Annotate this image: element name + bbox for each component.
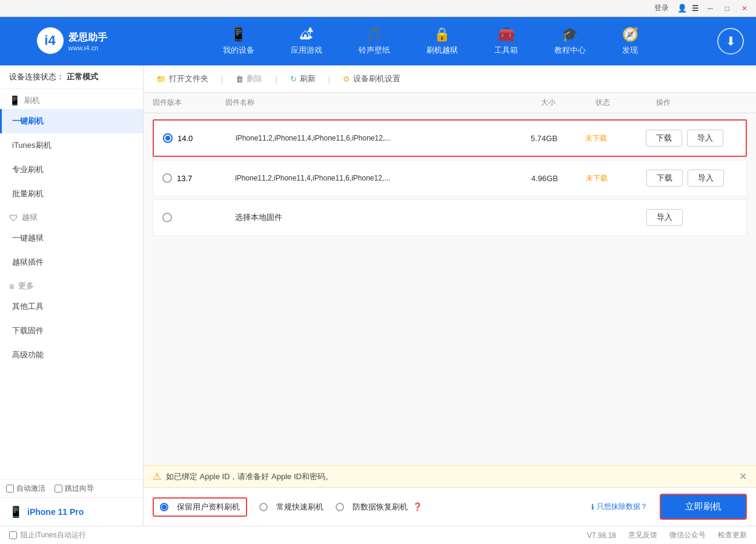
- download-button[interactable]: ⬇: [717, 28, 744, 55]
- device-status-label: 设备连接状态：: [9, 72, 64, 81]
- sidebar-item-advanced[interactable]: 高级功能: [0, 343, 143, 367]
- nav-bar: 📱 我的设备 🏕 应用游戏 🎵 铃声壁纸 🔒 刷机越狱 🧰 工具箱 🎓 教程中心…: [144, 21, 717, 62]
- sidebar-item-itunes-flash[interactable]: iTunes刷机: [0, 133, 143, 158]
- wechat-link[interactable]: 微信公众号: [669, 530, 706, 540]
- login-button[interactable]: 登录: [651, 2, 672, 15]
- firmware-name-1: iPhone11,2,iPhone11,4,iPhone11,6,iPhone1…: [235, 174, 531, 182]
- import-btn-1[interactable]: 导入: [688, 170, 724, 187]
- minimize-button[interactable]: ─: [704, 3, 717, 14]
- auto-activate-checkbox[interactable]: 自动激活: [6, 483, 45, 494]
- auto-activate-row: 自动激活 跳过向导: [0, 479, 143, 497]
- erase-data-link[interactable]: ℹ 只想抹除数据？: [591, 502, 648, 512]
- sep2: |: [275, 75, 277, 84]
- device-info: 📱 iPhone 11 Pro: [0, 497, 143, 526]
- delete-icon: 🗑: [236, 75, 244, 84]
- main-layout: 设备连接状态： 正常模式 📱 刷机 一键刷机 iTunes刷机 专业刷机 批量刷…: [0, 65, 756, 526]
- nav-tutorials[interactable]: 🎓 教程中心: [536, 21, 604, 62]
- info-message: 如已绑定 Apple ID，请准备好 Apple ID和密码。: [166, 471, 333, 482]
- download-btn-0[interactable]: 下载: [646, 130, 682, 147]
- open-folder-button[interactable]: 📁 打开文件夹: [153, 71, 212, 86]
- toolbar: 📁 打开文件夹 | 🗑 删除 | ↻ 刷新 | ⚙ 设备刷机设置: [144, 65, 756, 93]
- pro-flash-label: 专业刷机: [12, 164, 44, 175]
- keep-data-radio[interactable]: [160, 503, 168, 511]
- maximize-button[interactable]: □: [721, 3, 733, 14]
- titlebar: 登录 👤 ☰ ─ □ ✕: [0, 0, 756, 17]
- nav-discover-label: 发现: [622, 45, 638, 56]
- nav-my-device[interactable]: 📱 我的设备: [205, 21, 273, 62]
- advanced-label: 高级功能: [12, 350, 44, 360]
- recovery-label: 防数据恢复刷机: [353, 502, 408, 512]
- device-settings-button[interactable]: ⚙ 设备刷机设置: [339, 71, 404, 86]
- sidebar-item-pro-flash[interactable]: 专业刷机: [0, 158, 143, 182]
- firmware-table: 14.0 iPhone11,2,iPhone11,4,iPhone11,6,iP…: [144, 113, 756, 465]
- close-button[interactable]: ✕: [738, 3, 751, 14]
- auto-activate-label: 自动激活: [16, 483, 45, 494]
- flash-section: 📱 刷机 一键刷机 iTunes刷机 专业刷机 批量刷机: [0, 89, 143, 206]
- radio-row-2[interactable]: [162, 213, 172, 222]
- apps-icon: 🏕: [300, 27, 313, 42]
- one-click-flash-label: 一键刷机: [12, 116, 44, 127]
- music-icon: 🎵: [366, 27, 382, 42]
- info-bar: ⚠ 如已绑定 Apple ID，请准备好 Apple ID和密码。 ✕: [144, 465, 756, 487]
- quick-flash-radio[interactable]: [259, 503, 268, 511]
- shield-icon: 🛡: [9, 213, 18, 223]
- feedback-link[interactable]: 意见反馈: [628, 530, 657, 540]
- graduation-icon: 🎓: [562, 27, 578, 42]
- version-cell-1[interactable]: 13.7: [162, 173, 235, 183]
- sidebar-item-one-click-flash[interactable]: 一键刷机: [0, 109, 143, 133]
- other-tools-label: 其他工具: [12, 301, 44, 312]
- sidebar-item-one-click-jb[interactable]: 一键越狱: [0, 226, 143, 250]
- sidebar: 设备连接状态： 正常模式 📱 刷机 一键刷机 iTunes刷机 专业刷机 批量刷…: [0, 65, 144, 526]
- skip-wizard-checkbox[interactable]: 跳过向导: [55, 483, 94, 494]
- nav-ringtones[interactable]: 🎵 铃声壁纸: [340, 21, 408, 62]
- footer: 阻止iTunes自动运行 V7.98.18 意见反馈 微信公众号 检查更新: [0, 526, 756, 544]
- radio-row-1[interactable]: [162, 173, 172, 183]
- size-0: 5.74GB: [531, 134, 585, 143]
- sep3: |: [328, 75, 330, 84]
- auto-activate-input[interactable]: [6, 485, 14, 493]
- recovery-radio[interactable]: [336, 503, 344, 511]
- table-header: 固件版本 固件名称 大小 状态 操作: [144, 93, 756, 113]
- refresh-button[interactable]: ↻ 刷新: [287, 71, 319, 86]
- radio-row-0[interactable]: [163, 133, 173, 143]
- more-icon: ≡: [9, 281, 15, 291]
- check-update-link[interactable]: 检查更新: [718, 530, 747, 540]
- sep1: |: [221, 75, 223, 84]
- quick-flash-option[interactable]: 常规快速刷机: [259, 502, 323, 512]
- download-firmware-label: 下载固件: [12, 325, 44, 336]
- content-area: 📁 打开文件夹 | 🗑 删除 | ↻ 刷新 | ⚙ 设备刷机设置 固件版本 固件…: [144, 65, 756, 526]
- sidebar-item-download-firmware[interactable]: 下载固件: [0, 319, 143, 343]
- device-phone-icon: 📱: [9, 505, 22, 519]
- sidebar-item-jb-plugins[interactable]: 越狱插件: [0, 250, 143, 274]
- download-btn-1[interactable]: 下载: [646, 170, 683, 187]
- itunes-prevent-input[interactable]: [9, 531, 17, 539]
- recovery-help-icon: ❓: [413, 502, 422, 511]
- recovery-option[interactable]: 防数据恢复刷机 ❓: [336, 502, 422, 512]
- info-icon: ⚠: [153, 471, 161, 482]
- sidebar-item-other-tools[interactable]: 其他工具: [0, 294, 143, 319]
- version-cell-0[interactable]: 14.0: [163, 133, 236, 143]
- nav-discover[interactable]: 🧭 发现: [604, 21, 657, 62]
- info-close-button[interactable]: ✕: [739, 471, 747, 482]
- delete-button[interactable]: 🗑 删除: [232, 71, 266, 86]
- nav-toolbox[interactable]: 🧰 工具箱: [476, 21, 536, 62]
- import-btn-2[interactable]: 导入: [646, 209, 683, 226]
- keep-data-label: 保留用户资料刷机: [177, 502, 240, 512]
- sidebar-item-batch-flash[interactable]: 批量刷机: [0, 182, 143, 206]
- skip-wizard-input[interactable]: [55, 485, 62, 493]
- flash-now-button[interactable]: 立即刷机: [660, 494, 747, 520]
- version-cell-2[interactable]: [162, 213, 235, 222]
- nav-flash-jailbreak[interactable]: 🔒 刷机越狱: [408, 21, 476, 62]
- jb-plugins-label: 越狱插件: [12, 257, 44, 268]
- phone-icon: 📱: [230, 27, 247, 42]
- more-section: ≡ 更多 其他工具 下载固件 高级功能: [0, 274, 143, 367]
- jailbreak-section-label: 🛡 越狱: [0, 206, 143, 226]
- nav-my-device-label: 我的设备: [223, 45, 254, 56]
- erase-data-label: 只想抹除数据？: [597, 502, 648, 512]
- nav-apps-games[interactable]: 🏕 应用游戏: [273, 21, 340, 62]
- logo-url: www.i4.cn: [68, 44, 107, 51]
- keep-data-option[interactable]: 保留用户资料刷机: [153, 497, 247, 517]
- logo-icon: i4: [37, 27, 64, 54]
- import-btn-0[interactable]: 导入: [687, 130, 723, 147]
- itunes-prevent-checkbox[interactable]: 阻止iTunes自动运行: [9, 530, 86, 540]
